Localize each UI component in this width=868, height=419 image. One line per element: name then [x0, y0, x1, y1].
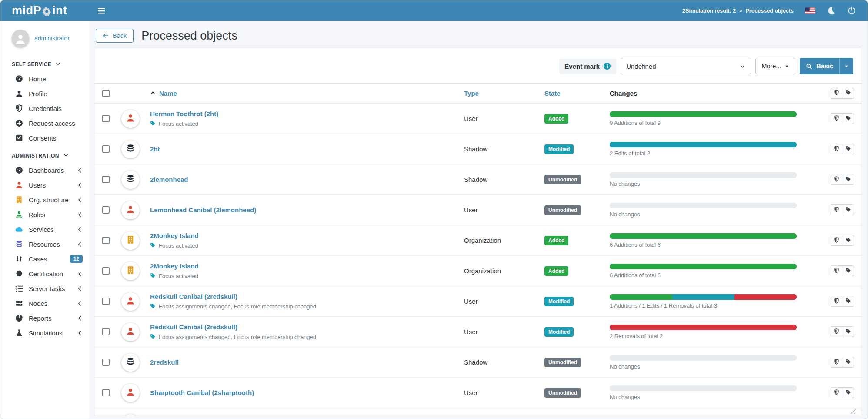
table-header-row: NameTypeStateChanges	[94, 83, 862, 103]
tag-button[interactable]	[842, 113, 854, 124]
name-cell: 2redskull	[150, 359, 464, 366]
moon-icon[interactable]	[827, 6, 836, 15]
name-cell: Redskull Canibal (2redskull)Focus assign…	[150, 293, 464, 310]
tag-button[interactable]	[842, 387, 854, 398]
sidebar-section-title[interactable]: SELF SERVICE	[0, 54, 90, 71]
sidebar-item-server-tasks[interactable]: Server tasks	[0, 281, 90, 296]
shield-half-button[interactable]	[831, 113, 842, 124]
tag-button[interactable]	[842, 88, 854, 99]
row-checkbox[interactable]	[102, 389, 110, 396]
sidebar-item-roles[interactable]: Roles	[0, 207, 90, 222]
sidebar-item-services[interactable]: Services	[0, 222, 90, 237]
changes-cell: No changes	[610, 172, 806, 187]
tag-button[interactable]	[842, 144, 854, 154]
object-name-link[interactable]: 2redskull	[150, 359, 179, 366]
row-checkbox[interactable]	[102, 145, 110, 153]
type-cell: User	[464, 298, 544, 305]
more-button[interactable]: More...	[755, 58, 795, 74]
username[interactable]: administrator	[34, 35, 70, 42]
tag-button[interactable]	[842, 296, 854, 307]
shield-half-button[interactable]	[831, 88, 842, 99]
tag-button[interactable]	[842, 204, 854, 215]
changes-cell: No changes	[610, 385, 806, 400]
sidebar-item-certification[interactable]: Certification	[0, 266, 90, 281]
row-checkbox[interactable]	[102, 115, 110, 122]
name-cell: 2ht	[150, 145, 464, 153]
object-name-link[interactable]: Redskull Canibal (2redskull)	[150, 323, 237, 331]
shield-half-icon	[834, 298, 839, 305]
shield-icon	[15, 104, 23, 112]
sidebar-item-cases[interactable]: Cases12	[0, 251, 90, 266]
sidebar-item-resources[interactable]: Resources	[0, 237, 90, 251]
sidebar-item-credentials[interactable]: Credentials	[0, 101, 90, 116]
row-checkbox[interactable]	[102, 328, 110, 335]
sidebar-item-consents[interactable]: Consents	[0, 131, 90, 145]
tag-icon	[845, 146, 851, 153]
changes-bar	[610, 325, 797, 330]
row-actions	[806, 357, 854, 368]
sidebar-item-home[interactable]: Home	[0, 71, 90, 86]
row-checkbox[interactable]	[102, 298, 110, 305]
shield-half-button[interactable]	[831, 204, 842, 215]
sidebar-item-profile[interactable]: Profile	[0, 86, 90, 101]
row-checkbox[interactable]	[102, 206, 110, 214]
sidebar-item-org-structure[interactable]: Org. structure	[0, 192, 90, 207]
sidebar-item-label: Dashboards	[29, 167, 71, 174]
object-name-link[interactable]: 2Monkey Island	[150, 232, 199, 239]
sidebar-section-title[interactable]: ADMINISTRATION	[0, 145, 90, 163]
shield-half-button[interactable]	[831, 387, 842, 398]
column-header-type[interactable]: Type	[464, 90, 544, 97]
shield-half-button[interactable]	[831, 235, 842, 246]
row-checkbox[interactable]	[102, 176, 110, 183]
row-checkbox[interactable]	[102, 359, 110, 366]
column-header-name[interactable]: Name	[150, 90, 464, 97]
sidebar-item-users[interactable]: Users	[0, 178, 90, 192]
sidebar-item-reports[interactable]: Reports	[0, 311, 90, 325]
tag-button[interactable]	[842, 265, 854, 276]
shield-half-button[interactable]	[831, 326, 842, 337]
changes-cell: 9 Additions of total 9	[610, 111, 806, 126]
object-name-link[interactable]: Redskull Canibal (2redskull)	[150, 293, 237, 300]
us-flag-icon[interactable]	[805, 7, 815, 14]
column-header-state[interactable]: State	[544, 90, 610, 97]
tag-button[interactable]	[842, 326, 854, 337]
header-actions	[806, 88, 854, 99]
info-icon[interactable]	[603, 62, 611, 70]
power-icon[interactable]	[847, 6, 856, 15]
sidebar-item-dashboards[interactable]: Dashboards	[0, 163, 90, 178]
sidebar-item-nodes[interactable]: Nodes	[0, 296, 90, 311]
object-name-link[interactable]: Sharptooth Canibal (2sharptooth)	[150, 389, 254, 396]
object-name-link[interactable]: Herman Toothrot (2ht)	[150, 110, 218, 117]
search-dropdown-caret[interactable]	[839, 58, 853, 74]
object-name-link[interactable]: 2lemonhead	[150, 176, 188, 183]
row-checkbox[interactable]	[102, 267, 110, 275]
shield-half-button[interactable]	[831, 174, 842, 185]
back-button[interactable]: Back	[96, 29, 134, 43]
tag-button[interactable]	[842, 235, 854, 246]
chevron-left-icon	[77, 227, 83, 232]
shield-half-button[interactable]	[831, 296, 842, 307]
breadcrumb-parent[interactable]: 2Simulation result: 2	[682, 8, 736, 14]
state-badge: Unmodified	[544, 205, 581, 215]
tag-icon	[845, 298, 851, 305]
database-icon	[15, 240, 23, 248]
row-avatar	[121, 323, 140, 341]
shield-half-button[interactable]	[831, 357, 842, 368]
event-mark-select[interactable]: Undefined	[621, 58, 751, 74]
hamburger-icon[interactable]	[97, 6, 106, 16]
sidebar-item-request-access[interactable]: Request access	[0, 116, 90, 131]
shield-half-button[interactable]	[831, 265, 842, 276]
select-all-checkbox[interactable]	[102, 90, 110, 97]
results-card: Event mark Undefined More...	[94, 48, 862, 416]
basic-search-button[interactable]: Basic	[800, 58, 853, 74]
object-name-link[interactable]: Lemonhead Canibal (2lemonhead)	[150, 206, 256, 214]
table-row: 2lemonheadShadowUnmodifiedNo changes	[94, 164, 862, 194]
object-name-link[interactable]: 2Monkey Island	[150, 262, 199, 270]
tag-button[interactable]	[842, 174, 854, 185]
shield-half-button[interactable]	[831, 144, 842, 154]
sidebar-item-simulations[interactable]: Simulations	[0, 325, 90, 340]
database-icon	[126, 144, 135, 154]
tag-button[interactable]	[842, 357, 854, 368]
object-name-link[interactable]: 2ht	[150, 145, 160, 153]
row-checkbox[interactable]	[102, 237, 110, 244]
